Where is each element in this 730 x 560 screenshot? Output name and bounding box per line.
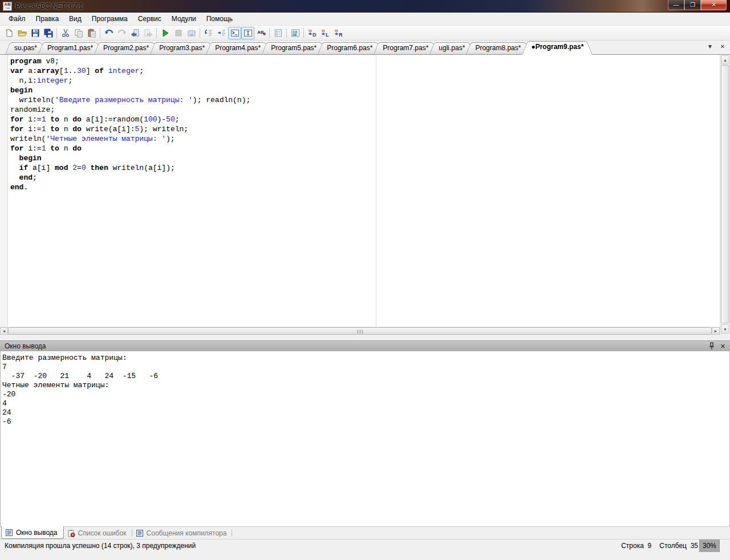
error-list-icon[interactable] [271, 27, 285, 39]
tab-overflow-icon[interactable]: ▼ [706, 43, 714, 50]
scroll-right-icon[interactable]: ► [712, 327, 720, 335]
doc-d-icon[interactable]: 99D [306, 27, 319, 39]
cut-icon[interactable] [59, 27, 72, 39]
document-tab-Program7.pas[interactable]: Program7.pas* [374, 42, 437, 54]
restore-button[interactable]: ❐ [684, 0, 701, 10]
menu-Помощь[interactable]: Помощь [201, 13, 238, 25]
stop-icon[interactable] [172, 27, 185, 39]
tab-close-icon[interactable]: ✕ [719, 43, 727, 50]
toolbar-separator [156, 28, 157, 38]
tab-label: Program3.pas* [159, 44, 205, 52]
menu-Файл[interactable]: Файл [3, 13, 31, 25]
output-line: 24 [2, 408, 729, 417]
redo-icon[interactable] [115, 27, 128, 39]
code-line: end; [10, 173, 250, 182]
scroll-down-icon[interactable]: ▼ [721, 324, 729, 334]
new-file-icon[interactable] [2, 27, 15, 39]
toolbar-separator [303, 28, 304, 38]
editor-horizontal-scrollbar[interactable]: ◄ ► [0, 327, 720, 335]
format-code-icon[interactable] [202, 27, 215, 39]
code-text[interactable]: program v8;var a:array[1..30] of integer… [10, 56, 250, 192]
document-tab-Program6.pas[interactable]: Program6.pas* [318, 42, 382, 54]
menu-Правка[interactable]: Правка [31, 13, 64, 25]
error-list-icon [67, 529, 75, 537]
insert-mode-icon[interactable] [241, 27, 254, 39]
code-line: begin [10, 86, 250, 95]
panel-splitter[interactable] [0, 335, 730, 340]
run-icon[interactable] [159, 27, 172, 39]
console-toggle-icon[interactable] [228, 27, 241, 39]
bottom-tab-Сообщения компилятора[interactable]: Сообщения компилятора [132, 527, 233, 539]
bottom-tab-Окно вывода[interactable]: Окно вывода [1, 526, 64, 539]
menu-Модули[interactable]: Модули [167, 13, 201, 25]
tab-label: Program6.pas* [327, 44, 372, 52]
menu-Сервис[interactable]: Сервис [133, 13, 167, 25]
menu-Программа[interactable]: Программа [87, 13, 133, 25]
document-tab-Program5.pas[interactable]: Program5.pas* [262, 42, 326, 54]
document-tab-Program3.pas[interactable]: Program3.pas* [150, 42, 214, 54]
document-tab-Program2.pas[interactable]: Program2.pas* [94, 42, 158, 54]
horizontal-scroll-thumb[interactable] [8, 327, 712, 335]
save-all-icon[interactable] [42, 27, 55, 39]
code-line: for i:=1 to n do a[i]:=random(100)-50; [10, 115, 250, 124]
toolbar-separator [200, 28, 200, 38]
bottom-tab-Список ошибок[interactable]: Список ошибок [64, 527, 132, 539]
format-selection-icon[interactable] [215, 27, 228, 39]
document-tab-Program8.pas[interactable]: Program8.pas* [466, 42, 530, 54]
save-file-icon[interactable] [29, 27, 42, 39]
code-templates-icon[interactable]: CODE [289, 27, 302, 39]
output-window[interactable]: Введите размерность матрицы: 7 -37 -20 2… [0, 351, 730, 526]
code-editor[interactable]: program v8;var a:array[1..30] of integer… [0, 54, 730, 335]
tab-label: ●Program9.pas* [531, 43, 583, 51]
code-line: for i:=1 to n do write(a[i]:5); writeln; [10, 124, 250, 134]
document-tab-Program9.pas[interactable]: ●Program9.pas* [522, 41, 593, 54]
tab-label: Program5.pas* [271, 44, 317, 52]
doc-r-icon[interactable]: 99R [332, 27, 345, 39]
zoom-level-indicator[interactable]: 30% [699, 539, 720, 552]
vertical-scroll-thumb[interactable] [721, 65, 729, 323]
svg-text:L: L [326, 32, 329, 38]
copy-icon[interactable] [72, 27, 85, 39]
nav-forward-icon[interactable] [141, 27, 155, 39]
compile-icon[interactable] [185, 27, 198, 39]
tab-label: Program8.pas* [475, 44, 521, 52]
document-tab-Program1.pas[interactable]: Program1.pas* [38, 42, 102, 54]
document-tab-Program4.pas[interactable]: Program4.pas* [206, 42, 270, 54]
output-close-icon[interactable]: ✕ [720, 342, 725, 351]
svg-text:99: 99 [335, 29, 338, 33]
undo-icon[interactable] [102, 27, 115, 39]
close-button[interactable]: ✕ [701, 0, 727, 10]
pin-icon[interactable] [709, 342, 715, 350]
app-icon: AB .net [3, 2, 12, 11]
code-line: if a[i] mod 2=0 then writeln(a[i]); [10, 163, 250, 173]
toolbar-separator [269, 28, 270, 38]
document-tab-bar: su.pas*Program1.pas*Program2.pas*Program… [0, 40, 730, 55]
menu-Вид[interactable]: Вид [64, 13, 87, 25]
doc-l-icon[interactable]: 99L [319, 27, 332, 39]
output-line: -37 -20 21 4 24 -15 -6 [2, 372, 729, 381]
code-completion-icon[interactable]: AB [254, 27, 267, 39]
compile-status-message: Компиляция прошла успешно (14 строк), 3 … [5, 542, 196, 550]
tab-label: Program7.pas* [383, 44, 428, 52]
bottom-tab-label: Сообщения компилятора [147, 529, 227, 537]
code-line: for i:=1 to n do [10, 144, 250, 153]
open-file-icon[interactable] [15, 27, 29, 39]
scroll-grip [356, 327, 363, 335]
svg-text:DE: DE [293, 33, 297, 36]
minimize-button[interactable]: — [668, 0, 684, 10]
toolbar-separator [100, 28, 100, 38]
code-line: program v8; [10, 56, 250, 66]
output-panel-header: Окно вывода ✕ [0, 340, 730, 351]
output-line: 7 [2, 363, 729, 372]
scroll-up-icon[interactable]: ▲ [721, 55, 729, 64]
svg-text:99: 99 [309, 29, 312, 33]
nav-back-icon[interactable] [128, 27, 141, 39]
scroll-left-icon[interactable]: ◄ [0, 327, 8, 335]
title-bar: AB .net PascalABC.NET 3.7.1 — ❐ ✕ [0, 0, 730, 13]
paste-icon[interactable] [85, 27, 98, 39]
menu-bar: ФайлПравкаВидПрограммаСервисМодулиПомощь [0, 13, 730, 26]
editor-vertical-scrollbar[interactable]: ▲ ▼ [720, 55, 730, 335]
code-line: var a:array[1..30] of integer; [10, 66, 250, 76]
bottom-tab-label: Окно вывода [16, 529, 58, 537]
toolbar-separator [56, 28, 57, 38]
